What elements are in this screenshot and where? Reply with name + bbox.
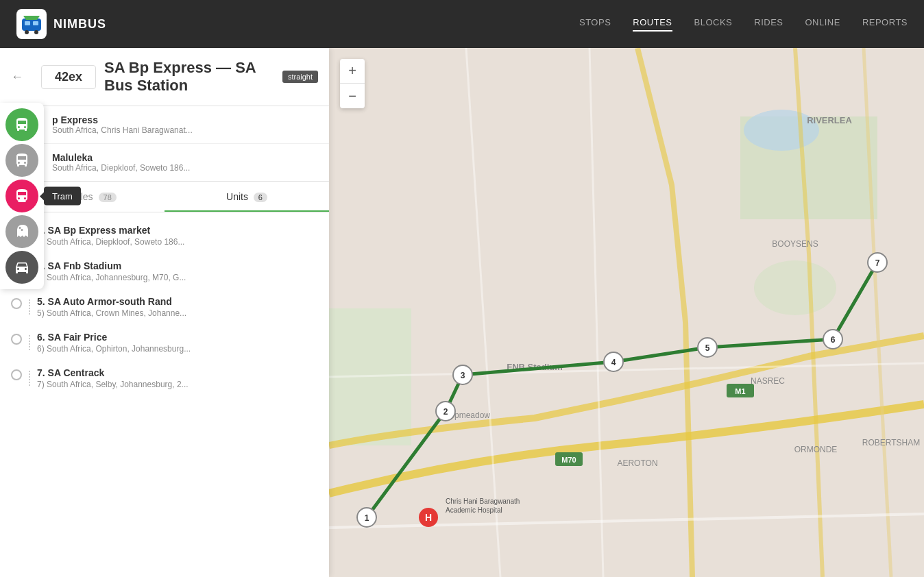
svg-text:5: 5 bbox=[705, 343, 710, 353]
svg-rect-10 bbox=[727, 384, 754, 397]
svg-text:Chris Hani Baragwanath: Chris Hani Baragwanath bbox=[446, 498, 520, 505]
stop-item[interactable]: 7. SA Centrack 7) South Africa, Selby, J… bbox=[0, 360, 329, 396]
tram-tooltip: Tram bbox=[44, 187, 81, 206]
svg-point-9 bbox=[744, 110, 819, 151]
svg-point-3 bbox=[25, 30, 29, 34]
zoom-in-button[interactable]: + bbox=[340, 59, 365, 84]
svg-text:H: H bbox=[425, 512, 432, 523]
logo-text: NIMBUS bbox=[53, 17, 106, 32]
zoom-out-button[interactable]: − bbox=[340, 84, 365, 108]
svg-point-28 bbox=[357, 508, 376, 527]
stop-drag-handle[interactable] bbox=[29, 299, 30, 315]
dropdown-item-0-address: South Africa, Chris Hani Baragwanat... bbox=[52, 125, 318, 135]
dropdown-item-0-name: p Express bbox=[52, 114, 318, 125]
nav-stops[interactable]: STOPS bbox=[579, 17, 611, 32]
icon-sidebar: Tram bbox=[0, 103, 44, 289]
stop-content: 7. SA Centrack 7) South Africa, Selby, J… bbox=[37, 367, 318, 389]
svg-text:7: 7 bbox=[875, 258, 880, 268]
stop-drag-handle[interactable] bbox=[29, 371, 30, 386]
svg-text:2: 2 bbox=[443, 407, 448, 417]
stop-radio[interactable] bbox=[11, 298, 22, 309]
svg-text:M1: M1 bbox=[735, 387, 745, 395]
svg-point-4 bbox=[34, 30, 38, 34]
stop-address: 6) South Africa, Ophirton, Johannesburg.… bbox=[37, 344, 318, 354]
stop-name: 7. SA Centrack bbox=[37, 367, 318, 378]
nav-routes[interactable]: ROUTES bbox=[633, 17, 672, 32]
svg-rect-2 bbox=[33, 21, 38, 25]
nav-rides[interactable]: RIDES bbox=[754, 17, 783, 32]
sidebar-btn-ghost[interactable] bbox=[5, 215, 38, 248]
svg-text:NASREC: NASREC bbox=[751, 376, 785, 386]
svg-point-38 bbox=[823, 330, 842, 349]
svg-text:6: 6 bbox=[831, 335, 836, 345]
map-container: M1 M70 RIVERLEA FNB Stadium BOOYSENS AER… bbox=[329, 48, 924, 577]
stop-content: 5. SA Auto Armor-south Rand 5) South Afr… bbox=[37, 296, 318, 318]
back-button[interactable]: ← bbox=[11, 70, 23, 84]
svg-text:ORMONDE: ORMONDE bbox=[794, 445, 838, 454]
stop-drag-handle[interactable] bbox=[29, 335, 30, 350]
svg-text:3: 3 bbox=[461, 371, 465, 380]
dropdown-item-1-name: Maluleka bbox=[52, 152, 318, 163]
left-panel: ← 42ex SA Bp Express — SA Bus Station st… bbox=[0, 48, 329, 577]
sidebar-btn-bus2[interactable] bbox=[5, 144, 38, 177]
svg-point-8 bbox=[754, 260, 836, 315]
map-area: M1 M70 RIVERLEA FNB Stadium BOOYSENS AER… bbox=[329, 48, 924, 577]
stop-address: 4) South Africa, Johannesburg, M70, G... bbox=[37, 273, 318, 282]
stops-list[interactable]: 3. SA Bp Express market 3) South Africa,… bbox=[0, 212, 329, 577]
svg-rect-6 bbox=[329, 308, 411, 445]
svg-point-24 bbox=[419, 508, 438, 527]
sidebar-btn-bus[interactable] bbox=[5, 108, 38, 141]
svg-point-40 bbox=[868, 253, 887, 272]
stop-name: 6. SA Fair Price bbox=[37, 332, 318, 343]
stop-address: 5) South Africa, Crown Mines, Johanne... bbox=[37, 308, 318, 318]
svg-text:RIVERLEA: RIVERLEA bbox=[807, 115, 852, 125]
stop-address: 3) South Africa, Diepkloof, Soweto 186..… bbox=[37, 237, 318, 247]
stop-item[interactable]: 6. SA Fair Price 6) South Africa, Ophirt… bbox=[0, 325, 329, 360]
route-type-badge: straight bbox=[282, 71, 318, 83]
sidebar-btn-car[interactable] bbox=[5, 251, 38, 284]
svg-text:4: 4 bbox=[611, 358, 616, 367]
stop-item[interactable]: 4. SA Fnb Stadium 4) South Africa, Johan… bbox=[0, 254, 329, 289]
svg-text:FNB Stadium: FNB Stadium bbox=[507, 362, 563, 372]
sidebar-btn-tram[interactable]: Tram bbox=[5, 180, 38, 212]
logo-area: NIMBUS bbox=[16, 9, 106, 39]
svg-rect-5 bbox=[329, 48, 924, 577]
stop-name: 3. SA Bp Express market bbox=[37, 225, 318, 236]
stop-radio[interactable] bbox=[11, 334, 22, 345]
stop-item[interactable]: 5. SA Auto Armor-south Rand 5) South Afr… bbox=[0, 289, 329, 325]
dropdown-item-1[interactable]: Maluleka South Africa, Diepkloof, Soweto… bbox=[0, 144, 329, 181]
tab-units[interactable]: Units 6 bbox=[165, 182, 329, 212]
map-background: M1 M70 RIVERLEA FNB Stadium BOOYSENS AER… bbox=[329, 48, 924, 577]
dropdown-item-0[interactable]: p Express South Africa, Chris Hani Barag… bbox=[0, 106, 329, 144]
schedules-count: 78 bbox=[99, 193, 117, 202]
main-nav: STOPS ROUTES BLOCKS RIDES ONLINE REPORTS bbox=[579, 17, 908, 32]
stop-address: 7) South Africa, Selby, Johannesburg, 2.… bbox=[37, 380, 318, 389]
logo-icon bbox=[16, 9, 47, 39]
app-header: NIMBUS STOPS ROUTES BLOCKS RIDES ONLINE … bbox=[0, 0, 924, 48]
dropdown-item-1-address: South Africa, Diepkloof, Soweto 186... bbox=[52, 163, 318, 173]
stop-content: 6. SA Fair Price 6) South Africa, Ophirt… bbox=[37, 332, 318, 354]
nav-online[interactable]: ONLINE bbox=[805, 17, 840, 32]
units-count: 6 bbox=[254, 193, 267, 202]
nav-reports[interactable]: REPORTS bbox=[862, 17, 908, 32]
svg-point-36 bbox=[698, 338, 717, 357]
nav-blocks[interactable]: BLOCKS bbox=[694, 17, 733, 32]
svg-text:BOOYSENS: BOOYSENS bbox=[772, 239, 818, 249]
svg-text:Diepmeadow: Diepmeadow bbox=[442, 410, 490, 420]
map-zoom-controls: + − bbox=[340, 59, 365, 108]
svg-point-34 bbox=[604, 352, 623, 371]
stop-name: 4. SA Fnb Stadium bbox=[37, 260, 318, 271]
route-title: SA Bp Express — SA Bus Station bbox=[104, 59, 269, 95]
stop-content: 4. SA Fnb Stadium 4) South Africa, Johan… bbox=[37, 260, 318, 282]
svg-rect-12 bbox=[555, 452, 583, 466]
svg-text:AEROTON: AEROTON bbox=[617, 458, 657, 468]
stop-radio[interactable] bbox=[11, 369, 22, 380]
svg-text:1: 1 bbox=[365, 513, 369, 523]
route-number[interactable]: 42ex bbox=[41, 65, 96, 89]
svg-text:M70: M70 bbox=[561, 456, 576, 464]
stop-item[interactable]: 3. SA Bp Express market 3) South Africa,… bbox=[0, 218, 329, 254]
svg-rect-1 bbox=[25, 21, 30, 25]
svg-text:Academic Hospital: Academic Hospital bbox=[446, 506, 502, 514]
stop-content: 3. SA Bp Express market 3) South Africa,… bbox=[37, 225, 318, 247]
svg-point-30 bbox=[436, 402, 455, 421]
